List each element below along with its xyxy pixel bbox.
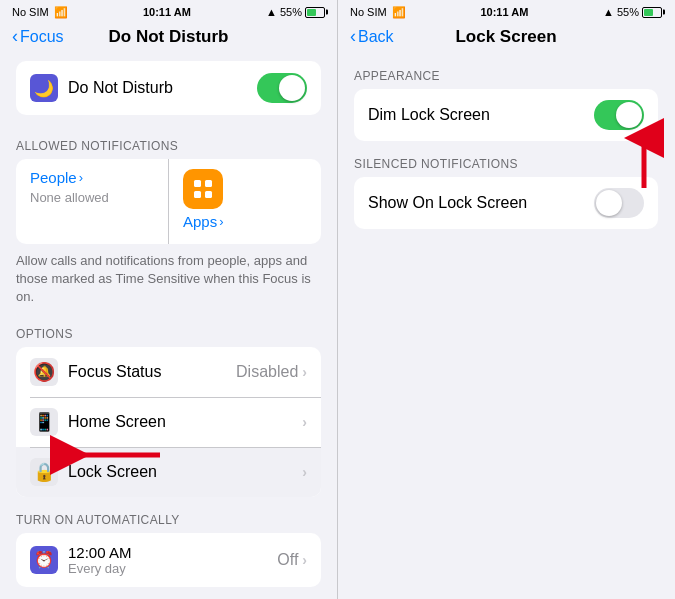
right-battery-icon xyxy=(642,7,662,18)
right-back-chevron: ‹ xyxy=(350,26,356,47)
dim-lock-screen-row[interactable]: Dim Lock Screen xyxy=(354,89,658,141)
left-back-label: Focus xyxy=(20,28,64,46)
silenced-card: Show On Lock Screen xyxy=(354,177,658,229)
left-nav-title: Do Not Disturb xyxy=(109,27,229,47)
left-time: 10:11 AM xyxy=(143,6,191,18)
dnd-row[interactable]: 🌙 Do Not Disturb xyxy=(16,61,321,115)
allowed-notif-header: ALLOWED NOTIFICATIONS xyxy=(0,123,337,159)
home-screen-label: Home Screen xyxy=(68,413,302,431)
options-card: 🔕 Focus Status Disabled › 📱 Home Screen … xyxy=(16,347,321,497)
show-on-lock-screen-row[interactable]: Show On Lock Screen xyxy=(354,177,658,229)
schedule-row[interactable]: ⏰ 12:00 AM Every day Off › xyxy=(16,533,321,587)
people-title: People › xyxy=(30,169,154,186)
left-content: 🌙 Do Not Disturb ALLOWED NOTIFICATIONS P… xyxy=(0,53,337,599)
apps-col[interactable]: Apps › xyxy=(169,159,321,244)
people-chevron: › xyxy=(79,170,83,185)
left-status-bar: No SIM 📶 10:11 AM ▲ 55% xyxy=(0,0,337,22)
panels-wrapper: No SIM 📶 10:11 AM ▲ 55% ‹ Focus Do Not D… xyxy=(0,0,675,599)
silenced-header: SILENCED NOTIFICATIONS xyxy=(338,141,674,177)
focus-status-value: Disabled xyxy=(236,363,298,381)
focus-status-row[interactable]: 🔕 Focus Status Disabled › xyxy=(16,347,321,397)
lock-screen-chevron: › xyxy=(302,464,307,480)
right-wifi-icon: 📶 xyxy=(392,6,406,19)
right-panel: No SIM 📶 10:11 AM ▲ 55% ‹ Back Lock Scre… xyxy=(337,0,674,599)
desc-text: Allow calls and notifications from peopl… xyxy=(0,244,337,311)
dnd-label: Do Not Disturb xyxy=(68,79,257,97)
appearance-card: Dim Lock Screen xyxy=(354,89,658,141)
svg-rect-1 xyxy=(205,180,212,187)
schedule-freq: Every day xyxy=(68,561,277,576)
left-nav-bar: ‹ Focus Do Not Disturb xyxy=(0,22,337,53)
right-back-button[interactable]: ‹ Back xyxy=(350,26,394,47)
dim-lock-screen-label: Dim Lock Screen xyxy=(368,106,594,124)
show-on-lock-screen-label: Show On Lock Screen xyxy=(368,194,594,212)
right-nav-title: Lock Screen xyxy=(455,27,556,47)
schedule-chevron: › xyxy=(302,552,307,568)
apps-chevron: › xyxy=(219,214,223,229)
right-location-icon: ▲ xyxy=(603,6,614,18)
right-time: 10:11 AM xyxy=(480,6,528,18)
apps-icon-box xyxy=(183,169,223,209)
right-status-bar: No SIM 📶 10:11 AM ▲ 55% xyxy=(338,0,674,22)
home-screen-row[interactable]: 📱 Home Screen › xyxy=(16,397,321,447)
svg-rect-2 xyxy=(194,191,201,198)
focus-status-label: Focus Status xyxy=(68,363,236,381)
schedule-value: Off xyxy=(277,551,298,569)
left-carrier: No SIM xyxy=(12,6,49,18)
left-panel: No SIM 📶 10:11 AM ▲ 55% ‹ Focus Do Not D… xyxy=(0,0,337,599)
options-header: OPTIONS xyxy=(0,311,337,347)
lock-screen-label: Lock Screen xyxy=(68,463,302,481)
left-back-chevron: ‹ xyxy=(12,26,18,47)
turn-on-header: TURN ON AUTOMATICALLY xyxy=(0,497,337,533)
apps-title: Apps › xyxy=(183,213,307,230)
lock-screen-icon: 🔒 xyxy=(30,458,58,486)
home-screen-icon: 📱 xyxy=(30,408,58,436)
svg-rect-3 xyxy=(205,191,212,198)
left-battery-icon xyxy=(305,7,325,18)
left-battery-pct: 55% xyxy=(280,6,302,18)
svg-rect-0 xyxy=(194,180,201,187)
right-nav-bar: ‹ Back Lock Screen xyxy=(338,22,674,53)
home-screen-chevron: › xyxy=(302,414,307,430)
appearance-header: APPEARANCE xyxy=(338,53,674,89)
dim-lock-screen-toggle[interactable] xyxy=(594,100,644,130)
allowed-grid: People › None allowed xyxy=(16,159,321,244)
people-sub: None allowed xyxy=(30,190,154,205)
focus-status-chevron: › xyxy=(302,364,307,380)
dnd-toggle[interactable] xyxy=(257,73,307,103)
focus-status-icon: 🔕 xyxy=(30,358,58,386)
schedule-label: 12:00 AM Every day xyxy=(68,544,277,576)
turn-on-card: ⏰ 12:00 AM Every day Off › xyxy=(16,533,321,587)
lock-screen-row[interactable]: 🔒 Lock Screen › xyxy=(16,447,321,497)
apps-icon xyxy=(191,177,215,201)
show-on-lock-screen-toggle[interactable] xyxy=(594,188,644,218)
left-wifi-icon: 📶 xyxy=(54,6,68,19)
right-content: APPEARANCE Dim Lock Screen SILENCED NOTI… xyxy=(338,53,674,599)
right-carrier: No SIM xyxy=(350,6,387,18)
right-back-label: Back xyxy=(358,28,394,46)
right-battery-fill xyxy=(644,9,653,16)
right-battery-pct: 55% xyxy=(617,6,639,18)
left-back-button[interactable]: ‹ Focus xyxy=(12,26,64,47)
people-col[interactable]: People › None allowed xyxy=(16,159,169,244)
left-location-icon: ▲ xyxy=(266,6,277,18)
schedule-time: 12:00 AM xyxy=(68,544,277,561)
moon-icon: 🌙 xyxy=(30,74,58,102)
clock-icon: ⏰ xyxy=(30,546,58,574)
left-battery-fill xyxy=(307,9,316,16)
